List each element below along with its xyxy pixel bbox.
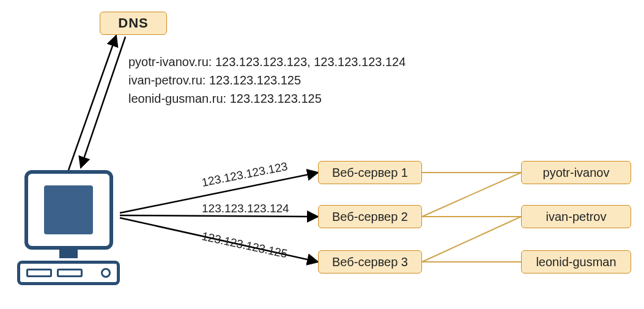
ip-label-3: 123.123.123.125 [201,229,289,261]
dns-record: ivan-petrov.ru: 123.123.123.125 [128,71,405,89]
server-2-label: Веб-сервер 2 [332,210,408,224]
dns-label: DNS [118,15,148,31]
svg-line-1 [81,37,125,168]
svg-line-8 [422,217,521,262]
monitor-stand-icon [59,250,78,258]
site-1-label: pyotr-ivanov [543,166,610,180]
site-2-node: ivan-petrov [521,205,631,228]
drive-slot-icon [26,269,52,277]
server-3-label: Веб-сервер 3 [332,255,408,269]
screen-icon [44,185,93,234]
client-computer-icon [17,170,120,285]
server-1-node: Веб-сервер 1 [318,161,422,184]
dns-node: DNS [100,12,167,35]
diagram-canvas: DNS pyotr-ivanov.ru: 123.123.123.123, 12… [0,0,644,309]
site-2-label: ivan-petrov [546,210,607,224]
dns-records: pyotr-ivanov.ru: 123.123.123.123, 123.12… [128,53,405,108]
site-3-node: leonid-gusman [521,250,631,274]
system-unit-icon [17,261,120,285]
dns-record: pyotr-ivanov.ru: 123.123.123.123, 123.12… [128,53,405,71]
site-1-node: pyotr-ivanov [521,161,631,184]
server-1-label: Веб-сервер 1 [332,166,408,180]
power-button-icon [101,268,111,278]
svg-line-6 [422,173,521,217]
drive-slot-icon [57,269,83,277]
server-2-node: Веб-сервер 2 [318,205,422,228]
svg-line-3 [120,215,318,217]
svg-line-0 [68,35,116,170]
dns-record: leonid-gusman.ru: 123.123.123.125 [128,89,405,108]
server-3-node: Веб-сервер 3 [318,250,422,274]
ip-label-1: 123.123.123.123 [201,160,289,190]
monitor-icon [24,170,113,250]
site-3-label: leonid-gusman [536,255,616,269]
ip-label-2: 123.123.123.124 [202,202,289,215]
